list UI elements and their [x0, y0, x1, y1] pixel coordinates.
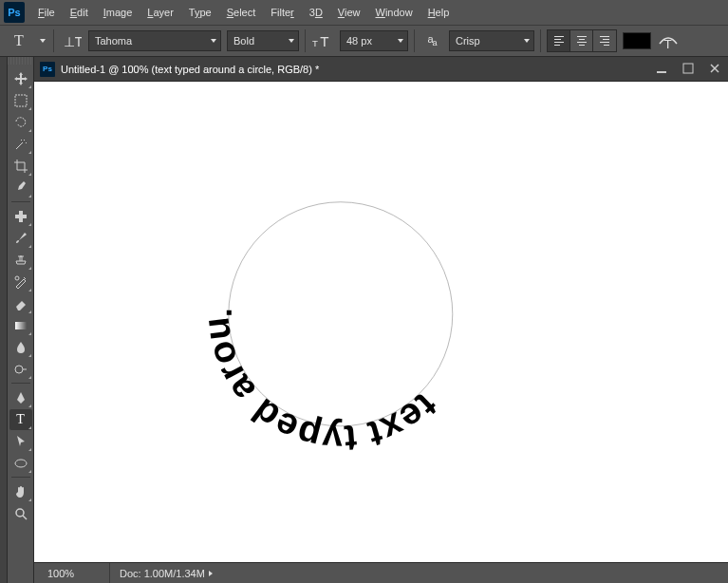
- text-color-swatch[interactable]: [623, 32, 651, 49]
- options-bar: T ⊥T Tahoma Bold TT 48 px aa Crisp T: [0, 25, 728, 57]
- tool-separator: [11, 477, 30, 478]
- svg-rect-13: [683, 64, 693, 73]
- font-size-icon: TT: [311, 29, 334, 52]
- pen-tool[interactable]: [9, 387, 32, 408]
- menu-filter[interactable]: Filter: [263, 3, 301, 22]
- path-selection-tool[interactable]: [9, 431, 32, 452]
- text-orientation-toggle[interactable]: ⊥T: [60, 29, 83, 52]
- svg-text:T: T: [320, 33, 328, 49]
- doc-info[interactable]: Doc: 1.00M/1.34M: [110, 568, 213, 579]
- canvas[interactable]: text typed around a circle: [34, 82, 728, 562]
- move-tool[interactable]: [9, 68, 32, 89]
- separator: [305, 29, 306, 52]
- svg-text:T: T: [312, 38, 318, 48]
- warp-text-button[interactable]: T: [657, 29, 680, 52]
- font-size-select[interactable]: 48 px: [340, 30, 408, 51]
- menu-3d[interactable]: 3D: [302, 3, 330, 22]
- ellipse-tool[interactable]: [9, 453, 32, 474]
- svg-point-10: [15, 460, 27, 467]
- lasso-tool[interactable]: [9, 112, 32, 133]
- brush-tool[interactable]: [9, 228, 32, 249]
- font-size-value: 48 px: [346, 35, 372, 47]
- app-logo: Ps: [4, 2, 25, 23]
- menu-layer[interactable]: Layer: [140, 3, 181, 22]
- font-family-select[interactable]: Tahoma: [88, 30, 221, 51]
- align-right-button[interactable]: [593, 30, 616, 51]
- chevron-right-icon: [209, 571, 213, 576]
- path-text: text typed around a circle: [169, 143, 444, 460]
- document-title: Untitled-1 @ 100% (text typed around a c…: [61, 64, 319, 75]
- gradient-tool[interactable]: [9, 315, 32, 336]
- text-align-group: [547, 29, 617, 52]
- healing-brush-tool[interactable]: [9, 206, 32, 227]
- marquee-tool[interactable]: [9, 90, 32, 111]
- document-tab[interactable]: Ps Untitled-1 @ 100% (text typed around …: [34, 57, 728, 82]
- align-center-button[interactable]: [570, 30, 593, 51]
- menu-bar: Ps File Edit Image Layer Type Select Fil…: [0, 0, 728, 25]
- anti-alias-value: Crisp: [456, 35, 480, 47]
- eraser-tool[interactable]: [9, 293, 32, 314]
- minimize-button[interactable]: [654, 61, 669, 76]
- menu-view[interactable]: View: [330, 3, 368, 22]
- font-style-select[interactable]: Bold: [227, 30, 299, 51]
- menu-window[interactable]: Window: [368, 3, 420, 22]
- menu-edit[interactable]: Edit: [63, 3, 96, 22]
- clone-stamp-tool[interactable]: [9, 250, 32, 271]
- svg-rect-8: [15, 322, 27, 329]
- type-tool[interactable]: T: [9, 409, 32, 430]
- menu-select[interactable]: Select: [219, 3, 264, 22]
- svg-point-11: [16, 509, 24, 517]
- current-tool-indicator: T: [6, 28, 32, 53]
- zoom-level[interactable]: 100%: [34, 563, 110, 583]
- svg-rect-6: [15, 215, 27, 218]
- svg-point-7: [15, 276, 19, 280]
- menu-help[interactable]: Help: [420, 3, 457, 22]
- font-family-value: Tahoma: [95, 35, 132, 47]
- status-bar: 100% Doc: 1.00M/1.34M: [34, 562, 728, 583]
- menu-type[interactable]: Type: [181, 3, 219, 22]
- svg-text:⊥T: ⊥T: [64, 35, 82, 49]
- eyedropper-tool[interactable]: [9, 178, 32, 198]
- text-on-path-artwork: text typed around a circle: [169, 143, 511, 487]
- panel-gutter: [0, 57, 8, 583]
- tool-preset-picker[interactable]: [38, 29, 47, 52]
- doc-info-text: Doc: 1.00M/1.34M: [120, 568, 205, 579]
- blur-tool[interactable]: [9, 337, 32, 358]
- svg-rect-4: [15, 95, 27, 106]
- zoom-tool[interactable]: [9, 503, 32, 524]
- magic-wand-tool[interactable]: [9, 134, 32, 155]
- menu-image[interactable]: Image: [96, 3, 140, 22]
- svg-text:text typed around a circle: text typed around a circle: [169, 143, 444, 460]
- anti-alias-select[interactable]: Crisp: [449, 30, 534, 51]
- tools-panel: T: [8, 57, 34, 583]
- document-area: Ps Untitled-1 @ 100% (text typed around …: [34, 57, 728, 583]
- tool-separator: [11, 383, 30, 384]
- maximize-button[interactable]: [681, 61, 696, 76]
- close-button[interactable]: [707, 61, 722, 76]
- font-style-value: Bold: [233, 35, 254, 47]
- svg-rect-12: [657, 71, 666, 73]
- svg-point-9: [15, 366, 23, 373]
- dodge-tool[interactable]: [9, 359, 32, 380]
- history-brush-tool[interactable]: [9, 272, 32, 292]
- menu-file[interactable]: File: [30, 3, 63, 22]
- hand-tool[interactable]: [9, 481, 32, 502]
- crop-tool[interactable]: [9, 156, 32, 177]
- svg-text:T: T: [664, 37, 672, 51]
- separator: [53, 29, 54, 52]
- document-icon: Ps: [40, 62, 55, 77]
- tool-separator: [11, 201, 30, 202]
- separator: [414, 29, 415, 52]
- align-left-button[interactable]: [548, 30, 570, 51]
- path-start-marker: [226, 310, 231, 315]
- separator: [540, 29, 541, 52]
- anti-alias-icon: aa: [420, 29, 443, 52]
